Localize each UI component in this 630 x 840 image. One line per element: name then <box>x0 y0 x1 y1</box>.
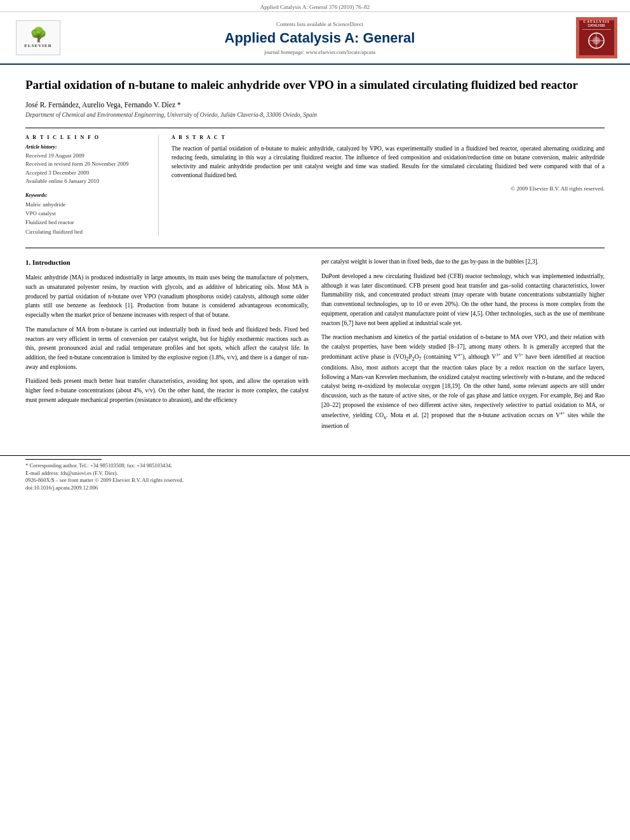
intro-para-3: Fluidized beds present much better heat … <box>25 377 309 404</box>
journal-cover-image: CATALYSIS <box>576 17 617 58</box>
introduction-heading: 1. Introduction <box>25 257 309 268</box>
intro-para-1: Maleic anhydride (MA) is produced indust… <box>25 273 309 320</box>
history-label: Article history: <box>25 144 149 150</box>
footer: * Corresponding author. Tel.: +34 985103… <box>0 455 630 493</box>
article-info-column: A R T I C L E I N F O Article history: R… <box>25 135 159 237</box>
history-item-4: Available online 6 January 2010 <box>25 177 149 186</box>
logo-box: 🌳 ELSEVIER <box>16 20 60 55</box>
contents-text: Contents lists available at ScienceDirec… <box>276 21 363 27</box>
body-para-r2: DuPont developed a new circulating fluid… <box>321 272 605 328</box>
keyword-4: Circulating fluidized bed <box>25 227 149 236</box>
keyword-2: VPO catalyst <box>25 209 149 218</box>
keywords-label: Keywords: <box>25 192 149 198</box>
svg-text:CATALYSIS: CATALYSIS <box>587 23 605 27</box>
journal-header: 🌳 ELSEVIER Contents lists available at S… <box>0 12 630 65</box>
history-item-3: Accepted 3 December 2009 <box>25 169 149 178</box>
footnote-corresponding: * Corresponding author. Tel.: +34 985103… <box>25 462 605 470</box>
footnote-doi: doi:10.1016/j.apcata.2009.12.006 <box>25 484 605 492</box>
copyright-line: © 2009 Elsevier B.V. All rights reserved… <box>171 185 605 192</box>
abstract-column: A B S T R A C T The reaction of partial … <box>171 135 605 237</box>
intro-para-2: The manufacture of MA from n-butane is c… <box>25 325 309 372</box>
elsevier-label: ELSEVIER <box>24 43 51 48</box>
history-item-2: Received in revised form 20 November 200… <box>25 160 149 169</box>
journal-homepage: journal homepage: www.elsevier.com/locat… <box>70 49 570 55</box>
footnote-copyright: 0926-860X/$ – see front matter © 2009 El… <box>25 477 605 484</box>
cover-svg: CATALYSIS <box>579 20 614 55</box>
page: Applied Catalysis A: General 376 (2010) … <box>0 0 630 840</box>
body-content: 1. Introduction Maleic anhydride (MA) is… <box>25 248 605 436</box>
article-content: Partial oxidation of n-butane to maleic … <box>0 65 630 449</box>
article-info-label: A R T I C L E I N F O <box>25 135 149 140</box>
footnote-divider <box>25 459 102 460</box>
elsevier-tree-icon: 🌳 <box>30 28 47 42</box>
body-para-r3: The reaction mechanism and kinetics of t… <box>321 333 605 430</box>
history-item-1: Received 19 August 2009 <box>25 152 149 161</box>
footnote-email: E-mail address: fds@uniovi.es (F.V. Díez… <box>25 470 605 477</box>
journal-citation: Applied Catalysis A: General 376 (2010) … <box>0 0 630 12</box>
sciencedirect-link: Contents lists available at ScienceDirec… <box>70 21 570 27</box>
journal-center: Contents lists available at ScienceDirec… <box>64 21 576 55</box>
body-column-left: 1. Introduction Maleic anhydride (MA) is… <box>25 257 309 436</box>
article-affiliation: Department of Chemical and Environmental… <box>25 112 605 118</box>
keyword-3: Fluidized bed reactor <box>25 218 149 227</box>
article-authors: José R. Fernández, Aurelio Vega, Fernand… <box>25 101 605 109</box>
journal-title: Applied Catalysis A: General <box>70 30 570 46</box>
svg-rect-2 <box>582 29 611 30</box>
article-info-abstract: A R T I C L E I N F O Article history: R… <box>25 128 605 237</box>
article-title: Partial oxidation of n-butane to maleic … <box>25 77 605 93</box>
keyword-1: Maleic anhydride <box>25 200 149 209</box>
elsevier-logo: 🌳 ELSEVIER <box>13 20 64 55</box>
body-column-right: per catalyst weight is lower than in fix… <box>321 257 605 436</box>
abstract-label: A B S T R A C T <box>171 135 605 140</box>
abstract-text: The reaction of partial oxidation of n-b… <box>171 144 605 180</box>
citation-text: Applied Catalysis A: General 376 (2010) … <box>260 4 370 10</box>
cover-inner: CATALYSIS <box>576 17 617 58</box>
body-para-r1: per catalyst weight is lower than in fix… <box>321 257 605 267</box>
